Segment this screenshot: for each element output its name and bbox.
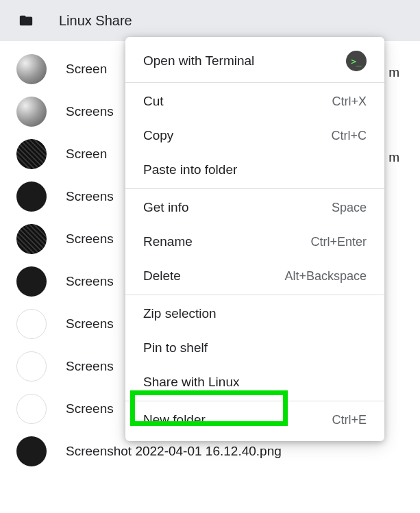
menu-item-open-terminal[interactable]: Open with Terminal >_	[125, 41, 384, 81]
file-name: Screens	[66, 232, 114, 247]
menu-item-copy[interactable]: Copy Ctrl+C	[125, 118, 384, 153]
menu-shortcut: Ctrl+Enter	[310, 235, 367, 249]
menu-separator	[125, 295, 384, 295]
terminal-icon: >_	[346, 51, 367, 71]
file-name: Screens	[66, 104, 114, 119]
menu-item-rename[interactable]: Rename Ctrl+Enter	[125, 225, 384, 259]
menu-separator	[125, 82, 384, 83]
menu-item-get-info[interactable]: Get info Space	[125, 190, 384, 225]
menu-item-cut[interactable]: Cut Ctrl+X	[125, 84, 384, 118]
menu-label: Rename	[143, 234, 193, 249]
file-name: Screenshot 2022-04-01 16.12.40.png	[66, 444, 282, 459]
menu-item-pin-shelf[interactable]: Pin to shelf	[125, 331, 384, 365]
file-thumbnail	[16, 351, 47, 381]
menu-label: Zip selection	[143, 306, 217, 321]
menu-shortcut: Ctrl+X	[332, 95, 367, 109]
menu-label: Share with Linux	[143, 375, 239, 390]
file-thumbnail	[16, 97, 47, 127]
menu-label: Copy	[143, 128, 173, 143]
folder-title: Linux Share	[59, 13, 132, 29]
menu-label: New folder	[143, 412, 206, 427]
menu-label: Cut	[143, 94, 164, 109]
menu-separator	[125, 401, 384, 401]
file-thumbnail	[16, 266, 47, 297]
file-name-trail: m	[388, 150, 399, 165]
menu-item-new-folder[interactable]: New folder Ctrl+E	[125, 403, 384, 437]
file-name: Screen	[66, 62, 107, 77]
context-menu: Open with Terminal >_ Cut Ctrl+X Copy Ct…	[125, 37, 384, 441]
file-thumbnail	[16, 224, 47, 254]
file-thumbnail	[16, 54, 47, 84]
file-name: Screens	[66, 274, 114, 289]
menu-item-share-linux[interactable]: Share with Linux	[125, 365, 384, 399]
file-thumbnail	[16, 394, 47, 424]
file-name: Screens	[66, 401, 114, 416]
menu-item-paste[interactable]: Paste into folder	[125, 153, 384, 187]
menu-shortcut: Ctrl+C	[331, 129, 367, 143]
file-thumbnail	[16, 436, 47, 466]
menu-shortcut: Space	[332, 201, 367, 215]
menu-label: Pin to shelf	[143, 340, 208, 355]
file-name: Screens	[66, 189, 114, 204]
menu-item-zip[interactable]: Zip selection	[125, 297, 384, 331]
menu-label: Paste into folder	[143, 162, 237, 177]
menu-separator	[125, 188, 384, 189]
menu-item-delete[interactable]: Delete Alt+Backspace	[125, 259, 384, 293]
menu-shortcut: Ctrl+E	[332, 413, 367, 427]
file-thumbnail	[16, 182, 47, 212]
file-name: Screens	[66, 316, 114, 331]
menu-label: Get info	[143, 200, 189, 215]
file-name: Screens	[66, 359, 114, 374]
file-name-trail: m	[388, 65, 399, 80]
file-thumbnail	[16, 139, 47, 169]
menu-label: Open with Terminal	[143, 53, 254, 68]
folder-header: Linux Share	[0, 0, 420, 41]
menu-shortcut: Alt+Backspace	[284, 269, 367, 284]
file-name: Screen	[66, 147, 107, 162]
file-thumbnail	[16, 309, 47, 339]
menu-label: Delete	[143, 268, 181, 284]
folder-icon	[16, 13, 36, 28]
